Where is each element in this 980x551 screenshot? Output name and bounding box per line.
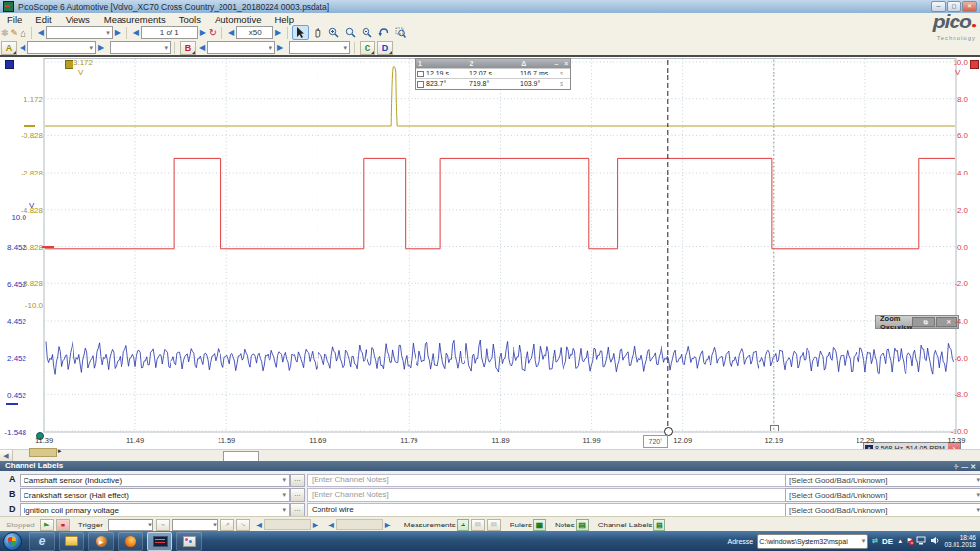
- advanced-trigger-icon[interactable]: ⌁: [156, 519, 170, 531]
- taskbar-windows-explorer[interactable]: [59, 532, 84, 551]
- channel-b-next-icon[interactable]: ▶: [275, 43, 285, 52]
- rotation-ruler-handle[interactable]: [770, 425, 779, 431]
- trigger-channel-select[interactable]: ▾: [172, 519, 218, 531]
- address-input[interactable]: C:\windows\System32\mspai▾: [757, 534, 868, 549]
- taskbar-media-player[interactable]: ▶: [88, 532, 114, 551]
- posttrigger-scroll[interactable]: ◀▶: [326, 519, 393, 530]
- zoom-overview-restore-icon[interactable]: ⧉: [912, 317, 934, 327]
- edit-measurement-button[interactable]: ▤: [471, 519, 485, 531]
- address-dropdown-icon[interactable]: ▾: [862, 537, 866, 545]
- channel-b-button[interactable]: B: [180, 41, 196, 55]
- waveform-select[interactable]: ▾: [46, 26, 113, 39]
- rating-select[interactable]: [Select Good/Bad/Unknown]▾: [785, 488, 980, 502]
- zoom-increase-icon[interactable]: ▶: [273, 28, 283, 37]
- channel-a-range-select[interactable]: ▾: [27, 41, 96, 54]
- probe-browse-button[interactable]: …: [290, 488, 305, 502]
- add-measurement-button[interactable]: +: [457, 519, 469, 531]
- panel-pin-icon[interactable]: ⊹: [954, 462, 959, 472]
- channel-notes-field[interactable]: [Enter Channel Notes]: [307, 488, 790, 502]
- channel-d-ground-marker[interactable]: [6, 403, 18, 405]
- probe-select[interactable]: Ignition coil primary voltage▾: [20, 503, 290, 517]
- notes-button[interactable]: ▤: [576, 519, 589, 531]
- next-page-icon[interactable]: ▶: [198, 28, 208, 37]
- cursor-tool-button[interactable]: [292, 25, 309, 40]
- address-go-icon[interactable]: ⇄: [872, 537, 878, 545]
- probe-select[interactable]: Camshaft sensor (Inductive)▾: [20, 474, 290, 487]
- prev-waveform-icon[interactable]: ◀: [36, 28, 46, 37]
- axis-b-tick: -4.0: [941, 317, 968, 326]
- marquee-zoom-button[interactable]: [392, 25, 409, 40]
- waveform-plot[interactable]: [0, 58, 980, 433]
- undo-zoom-button[interactable]: [375, 25, 392, 40]
- prev-page-icon[interactable]: ◀: [131, 28, 141, 37]
- home-icon[interactable]: ⌂: [20, 27, 26, 39]
- channel-d-button[interactable]: D: [377, 41, 393, 55]
- channel-a-next-icon[interactable]: ▶: [96, 43, 106, 52]
- ruler-row-checkbox[interactable]: [417, 81, 424, 88]
- menu-measurements[interactable]: Measurements: [97, 14, 172, 25]
- menu-views[interactable]: Views: [59, 14, 97, 25]
- zoom-tool-button[interactable]: [342, 25, 359, 40]
- show-hidden-icons[interactable]: ▲: [897, 538, 903, 544]
- channel-a-indicator[interactable]: [65, 60, 74, 69]
- menu-edit[interactable]: Edit: [28, 14, 58, 25]
- zoom-out-tool-button[interactable]: [359, 25, 375, 40]
- trigger-range-marker[interactable]: [29, 448, 57, 457]
- probe-browse-button[interactable]: …: [290, 503, 305, 517]
- channel-notes-field[interactable]: Control wire: [307, 503, 790, 517]
- pan-tool-button[interactable]: [309, 25, 325, 40]
- ruler-legend-minimize-icon[interactable]: –: [550, 59, 561, 68]
- refresh-icon[interactable]: ↻: [209, 27, 217, 38]
- delete-measurement-button[interactable]: ▤: [487, 519, 501, 531]
- zoom-in-tool-button[interactable]: [325, 25, 342, 40]
- zoom-decrease-icon[interactable]: ◀: [226, 28, 236, 37]
- channel-d-indicator[interactable]: [5, 60, 14, 69]
- channel-a-button[interactable]: A: [1, 41, 17, 55]
- clock[interactable]: 18:46 03.01.2018: [944, 534, 976, 548]
- rating-select[interactable]: [Select Good/Bad/Unknown]▾: [785, 474, 980, 487]
- ruler-row-checkbox[interactable]: [417, 71, 424, 77]
- channel-b-indicator[interactable]: [970, 60, 979, 69]
- menu-file[interactable]: File: [0, 14, 28, 25]
- channel-b-coupling-select[interactable]: ▾: [289, 41, 350, 54]
- menu-help[interactable]: Help: [268, 14, 301, 25]
- channel-a-prev-icon[interactable]: ◀: [18, 43, 27, 52]
- edit-tool-icon[interactable]: ✎: [11, 28, 19, 38]
- channel-a-ground-marker[interactable]: [24, 125, 35, 127]
- panel-minimize-icon[interactable]: —: [961, 462, 968, 472]
- cursor-arrow-icon: [296, 27, 305, 38]
- menu-automotive[interactable]: Automotive: [208, 14, 269, 25]
- start-capture-button[interactable]: ▶: [40, 519, 54, 531]
- taskbar-paint[interactable]: [176, 532, 202, 551]
- menu-tools[interactable]: Tools: [172, 14, 208, 25]
- trigger-mode-select[interactable]: ▾: [108, 519, 153, 531]
- rising-edge-icon[interactable]: ↗: [220, 519, 234, 531]
- channel-a-coupling-select[interactable]: ▾: [110, 41, 171, 54]
- channel-b-range-select[interactable]: ▾: [207, 41, 275, 54]
- channel-c-button[interactable]: C: [360, 41, 375, 55]
- zoom-factor[interactable]: x50: [236, 26, 273, 39]
- channel-b-ground-marker[interactable]: [42, 246, 54, 248]
- falling-edge-icon[interactable]: ↘: [236, 519, 250, 531]
- taskbar-firefox[interactable]: [118, 532, 143, 551]
- stop-capture-button[interactable]: ■: [56, 519, 70, 531]
- probe-select[interactable]: Crankshaft sensor (Hall effect)▾: [20, 488, 290, 502]
- pretrigger-scroll[interactable]: ◀▶: [254, 519, 320, 530]
- channel-notes-field[interactable]: [Enter Channel Notes]: [307, 474, 790, 487]
- network-icon[interactable]: [916, 536, 926, 546]
- next-waveform-icon[interactable]: ▶: [113, 28, 122, 37]
- channel-labels-button[interactable]: ▤: [653, 519, 665, 531]
- rating-select[interactable]: [Select Good/Bad/Unknown]▾: [785, 503, 980, 517]
- action-center-flag-icon[interactable]: ⚑x: [906, 537, 912, 545]
- menu-bar: FileEditViewsMeasurementsToolsAutomotive…: [0, 13, 980, 26]
- taskbar-internet-explorer[interactable]: e: [29, 532, 55, 551]
- volume-icon[interactable]: [930, 536, 940, 546]
- language-indicator[interactable]: DE: [882, 537, 893, 546]
- channel-b-prev-icon[interactable]: ◀: [197, 43, 207, 52]
- rulers-button[interactable]: ▦: [533, 519, 546, 531]
- probe-browse-button[interactable]: …: [290, 474, 305, 487]
- ruler-legend-close-icon[interactable]: ×: [560, 59, 570, 68]
- panel-close-icon[interactable]: ✕: [970, 462, 976, 472]
- taskbar-picoscope[interactable]: [147, 532, 172, 551]
- start-button[interactable]: [3, 532, 22, 551]
